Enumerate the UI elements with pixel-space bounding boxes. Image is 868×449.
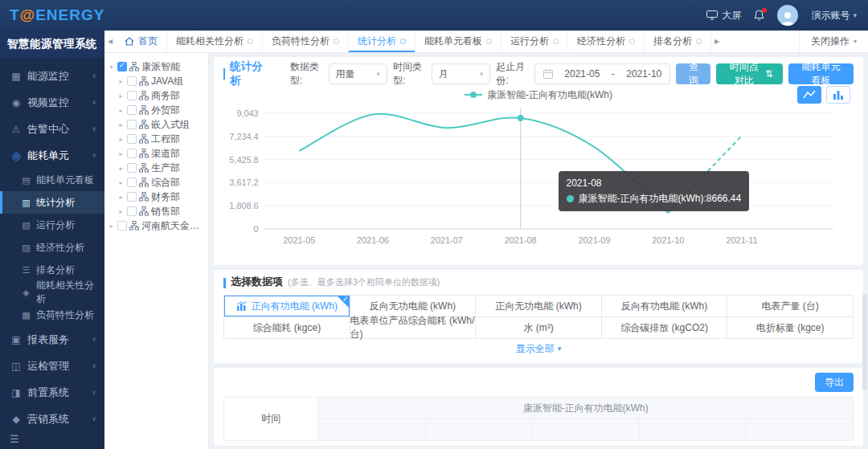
range-end-value[interactable]: 2021-10 [626, 68, 661, 80]
unit-board-button[interactable]: 能耗单元看板 [788, 63, 854, 84]
tabs-scroll-left-icon[interactable]: ◀ [104, 31, 116, 52]
avatar[interactable] [777, 5, 798, 26]
tab[interactable]: 统计分析 [349, 31, 416, 52]
time-compare-button[interactable]: 时间点对比⇅ [716, 63, 783, 84]
sidebar-subitem[interactable]: ▧ 运行分析 [0, 214, 104, 236]
tree-checkbox[interactable] [127, 178, 137, 187]
data-item-cell[interactable]: 水 (m³) [476, 317, 602, 339]
data-item-cell[interactable]: 综合碳排放 (kgCO2) [602, 317, 728, 339]
tree-node-label: JAVA组 [151, 75, 183, 88]
tree-checkbox[interactable] [117, 221, 127, 231]
data-item-cell[interactable]: 电表单位产品综合能耗 (kWh/台) [350, 317, 477, 339]
caret-right-icon[interactable]: ▸ [117, 136, 125, 143]
tree-checkbox[interactable] [127, 149, 137, 158]
tab-status-icon[interactable] [248, 39, 253, 44]
sidebar-item[interactable]: ▣ 报表服务 ∨ [0, 326, 104, 353]
data-item-cell[interactable]: 电表产量 (台) [727, 296, 854, 317]
caret-right-icon[interactable]: ▸ [117, 194, 125, 201]
caret-right-icon[interactable]: ▸ [117, 107, 125, 114]
sidebar-subitem[interactable]: ☰ 排名分析 [0, 259, 104, 281]
tree-checkbox[interactable] [127, 120, 137, 129]
caret-right-icon[interactable]: ▸ [108, 222, 115, 230]
sidebar-item[interactable]: ▦ 能源监控 ∨ [0, 63, 104, 89]
caret-right-icon[interactable]: ▸ [117, 179, 125, 186]
sidebar-collapse-button[interactable]: ☰ [0, 428, 104, 449]
tree-node-root[interactable]: ▾ 康派智能 [108, 59, 207, 74]
close-operations-menu[interactable]: 关闭操作 ▾ [799, 31, 868, 52]
tree-node[interactable]: ▸ 综合部 [108, 175, 207, 190]
sidebar-item[interactable]: ◎ 能耗单元 ∧ [0, 142, 104, 169]
tab-status-icon[interactable] [486, 39, 492, 44]
tree-node[interactable]: ▸ 生产部 [108, 161, 207, 175]
tree-node[interactable]: ▸ 商务部 [108, 88, 207, 103]
tree-checkbox[interactable] [127, 76, 137, 86]
line-chart-toggle[interactable] [797, 86, 821, 104]
tab[interactable]: 能耗相关性分析 [167, 31, 263, 52]
tree-checkbox[interactable] [127, 91, 137, 100]
data-item-cell[interactable]: 正向有功电能 (kWh) [224, 296, 350, 317]
tab-status-icon[interactable] [400, 39, 406, 44]
sidebar-subitem[interactable]: ▩ 负荷特性分析 [0, 304, 104, 326]
caret-right-icon[interactable]: ▸ [117, 150, 125, 157]
notifications-button[interactable] [754, 10, 764, 21]
tab-home[interactable]: 首页 [116, 31, 167, 52]
tab-status-icon[interactable] [696, 39, 702, 44]
caret-right-icon[interactable]: ▸ [117, 165, 125, 172]
tree-checkbox[interactable] [127, 105, 137, 115]
tree-node[interactable]: ▸ 工程部 [108, 132, 207, 146]
tab[interactable]: 经济性分析 [568, 31, 645, 52]
sidebar-subitem[interactable]: ◈ 能耗相关性分析 [0, 281, 104, 304]
data-item-cell[interactable]: 反向有功电能 (kWh) [602, 296, 728, 317]
account-menu[interactable]: 演示账号 ▾ [811, 9, 857, 22]
export-button[interactable]: 导出 [815, 373, 854, 392]
tab[interactable]: 能耗单元看板 [416, 31, 502, 52]
sidebar-subitem[interactable]: ▨ 经济性分析 [0, 236, 104, 259]
tree-node[interactable]: ▸ 销售部 [108, 204, 207, 218]
query-button[interactable]: 查询 [676, 63, 710, 84]
chevron-down-icon: ▾ [377, 70, 381, 78]
data-item-cell[interactable]: 综合能耗 (kgce) [224, 317, 350, 339]
sidebar-item[interactable]: ◫ 运检管理 ∨ [0, 353, 104, 379]
month-range-picker[interactable]: 2021-05 - 2021-10 [534, 63, 670, 84]
tree-node[interactable]: ▸ 外贸部 [108, 103, 207, 117]
legend-item[interactable]: 康派智能-正向有功电能(kWh) [465, 88, 612, 102]
big-screen-button[interactable]: 大屏 [706, 9, 741, 22]
tree-checkbox[interactable] [127, 134, 137, 144]
tree-checkbox[interactable] [127, 206, 137, 216]
sidebar-subitem[interactable]: ▤ 能耗单元看板 [0, 169, 104, 191]
scrollbar-thumb[interactable] [862, 294, 867, 390]
sidebar-item[interactable]: ◉ 视频监控 ∨ [0, 89, 104, 116]
tree-node[interactable]: ▸ 渠道部 [108, 146, 207, 161]
tab-status-icon[interactable] [553, 39, 559, 44]
caret-right-icon[interactable]: ▸ [117, 92, 125, 100]
sidebar-item[interactable]: ◆ 营销系统 ∨ [0, 406, 104, 428]
data-item-cell[interactable]: 正向无功电能 (kWh) [476, 296, 602, 317]
tab-status-icon[interactable] [629, 39, 635, 44]
tree-node[interactable]: ▸ JAVA组 [108, 74, 207, 88]
tree-checkbox[interactable] [127, 163, 137, 173]
tree-node-root2[interactable]: ▸ 河南航天金穗电子有 [108, 218, 207, 233]
tree-checkbox[interactable] [127, 192, 137, 202]
sidebar-subitem[interactable]: ▥ 统计分析 [0, 191, 104, 214]
tab[interactable]: 负荷特性分析 [263, 31, 349, 52]
sidebar-item[interactable]: ⚠ 告警中心 ∨ [0, 116, 104, 142]
data-type-select[interactable]: 用量▾ [329, 63, 387, 84]
caret-right-icon[interactable]: ▸ [117, 208, 125, 215]
bar-chart-toggle[interactable] [826, 86, 850, 104]
caret-right-icon[interactable]: ▸ [117, 121, 125, 129]
sidebar-item[interactable]: ◨ 前置系统 ∨ [0, 379, 104, 406]
tab[interactable]: 排名分析 [645, 31, 711, 52]
range-start-value[interactable]: 2021-05 [564, 68, 600, 80]
tab[interactable]: 运行分析 [502, 31, 568, 52]
tabs-scroll-right-icon[interactable]: ▶ [711, 31, 723, 52]
caret-down-icon[interactable]: ▾ [108, 63, 115, 71]
tree-checkbox[interactable] [117, 62, 127, 71]
tab-status-icon[interactable] [334, 39, 339, 44]
tree-node[interactable]: ▸ 嵌入式组 [108, 117, 207, 132]
caret-right-icon[interactable]: ▸ [117, 78, 125, 85]
show-all-button[interactable]: 显示全部 ▾ [223, 339, 854, 358]
tree-node[interactable]: ▸ 财务部 [108, 190, 207, 204]
data-item-cell[interactable]: 电折标量 (kgce) [727, 317, 854, 339]
tree-node-label: 商务部 [151, 89, 180, 103]
time-type-select[interactable]: 月▾ [432, 63, 490, 84]
